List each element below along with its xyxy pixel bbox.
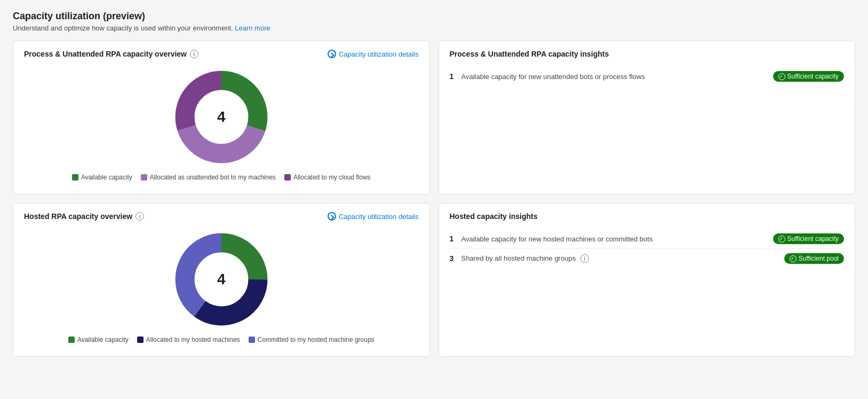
process-insight-number-1: 1 <box>450 72 457 81</box>
hosted-insight-left-2: 3 Shared by all hosted machine groups i <box>450 254 589 263</box>
legend-dot-unattended <box>141 174 147 181</box>
hosted-insight-row-1: 1 Available capacity for new hosted mach… <box>450 229 845 249</box>
hosted-insight-info-icon-2[interactable]: i <box>580 254 589 263</box>
hosted-badge-check-icon-2: ✓ <box>790 255 797 262</box>
hosted-overview-chart-container: 4 Available capacity Allocated to my hos… <box>24 227 419 348</box>
process-overview-title-group: Process & Unattended RPA capacity overvi… <box>24 50 198 58</box>
legend-dot-available <box>72 174 78 181</box>
learn-more-link[interactable]: Learn more <box>235 24 270 32</box>
hosted-overview-header: Hosted RPA capacity overview i Capacity … <box>24 212 419 221</box>
hosted-insight-badge-1: ✓ Sufficient capacity <box>773 233 845 244</box>
hosted-insights-card: Hosted capacity insights 1 Available cap… <box>439 203 856 357</box>
process-overview-card: Process & Unattended RPA capacity overvi… <box>13 41 430 194</box>
hosted-insights-title: Hosted capacity insights <box>450 212 845 221</box>
hosted-overview-legend: Available capacity Allocated to my hoste… <box>68 336 375 343</box>
hosted-insight-text-2: Shared by all hosted machine groups i <box>461 254 589 263</box>
hosted-legend-dot-groups <box>249 337 255 343</box>
hosted-insight-text-1: Available capacity for new hosted machin… <box>461 235 653 243</box>
hosted-insight-badge-label-1: Sufficient capacity <box>787 235 839 242</box>
hosted-legend-dot-available <box>68 337 75 343</box>
process-overview-center-value: 4 <box>217 108 226 126</box>
hosted-insight-left-1: 1 Available capacity for new hosted mach… <box>450 234 653 243</box>
main-grid: Process & Unattended RPA capacity overvi… <box>13 41 855 357</box>
process-overview-legend: Available capacity Allocated as unattend… <box>72 174 371 181</box>
legend-item-cloud: Allocated to my cloud flows <box>284 174 371 181</box>
hosted-legend-dot-machines <box>137 337 144 343</box>
hosted-legend-label-machines: Allocated to my hosted machines <box>146 336 240 343</box>
process-insight-badge-label-1: Sufficient capacity <box>787 73 839 80</box>
process-overview-info-icon[interactable]: i <box>190 50 198 58</box>
process-insight-badge-1: ✓ Sufficient capacity <box>773 71 845 82</box>
hosted-overview-center-value: 4 <box>217 271 226 288</box>
process-insight-text-1: Available capacity for new unattended bo… <box>461 73 645 81</box>
hosted-overview-card: Hosted RPA capacity overview i Capacity … <box>13 203 430 357</box>
process-overview-donut: 4 <box>173 69 269 165</box>
hosted-overview-donut: 4 <box>173 231 269 327</box>
hosted-insight-row-2: 3 Shared by all hosted machine groups i … <box>450 249 845 268</box>
hosted-legend-label-groups: Committed to my hosted machine groups <box>258 336 375 343</box>
hosted-legend-item-available: Available capacity <box>68 336 129 343</box>
process-overview-header: Process & Unattended RPA capacity overvi… <box>24 50 419 58</box>
process-overview-chart-container: 4 Available capacity Allocated as unatte… <box>24 65 419 185</box>
process-overview-details-link[interactable]: Capacity utilization details <box>328 50 419 58</box>
hosted-insight-number-2: 3 <box>450 254 457 263</box>
process-insights-card: Process & Unattended RPA capacity insigh… <box>439 41 856 194</box>
page-subtitle: Understand and optimize how capacity is … <box>13 24 855 32</box>
legend-item-unattended: Allocated as unattended bot to my machin… <box>141 174 276 181</box>
process-overview-title: Process & Unattended RPA capacity overvi… <box>24 50 187 58</box>
legend-label-available: Available capacity <box>81 174 132 181</box>
hosted-insight-badge-label-2: Sufficient pool <box>799 255 839 262</box>
hosted-insight-number-1: 1 <box>450 234 457 243</box>
subtitle-text: Understand and optimize how capacity is … <box>13 24 233 32</box>
hosted-legend-label-available: Available capacity <box>77 336 129 343</box>
hosted-capacity-link-icon <box>328 212 336 221</box>
legend-label-unattended: Allocated as unattended bot to my machin… <box>150 174 276 181</box>
legend-dot-cloud <box>284 174 291 181</box>
hosted-overview-title-group: Hosted RPA capacity overview i <box>24 212 144 221</box>
hosted-legend-item-groups: Committed to my hosted machine groups <box>249 336 375 343</box>
hosted-overview-details-link[interactable]: Capacity utilization details <box>328 212 419 221</box>
legend-label-cloud: Allocated to my cloud flows <box>293 174 371 181</box>
badge-check-icon-1: ✓ <box>778 73 785 80</box>
process-insight-row-1: 1 Available capacity for new unattended … <box>450 67 845 86</box>
hosted-overview-title: Hosted RPA capacity overview <box>24 212 132 221</box>
process-insight-left-1: 1 Available capacity for new unattended … <box>450 72 645 81</box>
page-title: Capacity utilization (preview) <box>13 11 855 22</box>
hosted-legend-item-machines: Allocated to my hosted machines <box>137 336 240 343</box>
hosted-badge-check-icon-1: ✓ <box>778 236 785 242</box>
hosted-overview-info-icon[interactable]: i <box>136 212 144 221</box>
process-insights-title: Process & Unattended RPA capacity insigh… <box>450 50 845 58</box>
capacity-link-icon <box>328 50 336 58</box>
process-overview-details-label: Capacity utilization details <box>339 50 419 58</box>
page-header: Capacity utilization (preview) Understan… <box>13 11 855 32</box>
legend-item-available: Available capacity <box>72 174 132 181</box>
hosted-overview-details-label: Capacity utilization details <box>339 213 419 221</box>
hosted-insight-badge-2: ✓ Sufficient pool <box>784 253 844 264</box>
